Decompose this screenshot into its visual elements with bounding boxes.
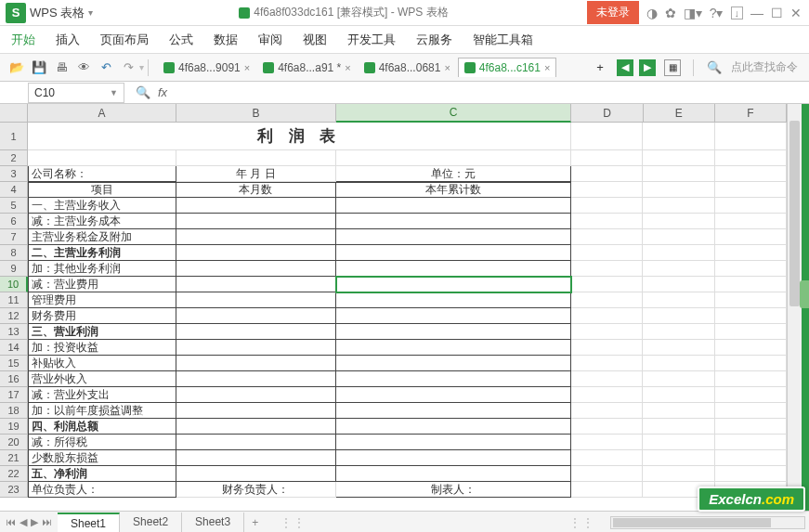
cell-A18[interactable]: 加：以前年度损益调整 [28, 403, 176, 419]
cell-F1[interactable] [715, 123, 787, 150]
horizontal-scrollbar[interactable] [610, 516, 805, 529]
cell-D7[interactable] [571, 229, 643, 245]
menu-公式[interactable]: 公式 [169, 32, 193, 48]
cell-E11[interactable] [643, 292, 714, 308]
cell-D1[interactable] [571, 123, 643, 150]
cell-F14[interactable] [715, 340, 787, 356]
doc-tab-close-1[interactable]: × [345, 62, 350, 73]
cell-F18[interactable] [715, 403, 787, 419]
cell-B14[interactable] [176, 340, 336, 356]
cell-D10[interactable] [571, 277, 643, 292]
cell-A17[interactable]: 减：营业外支出 [28, 387, 176, 403]
search-icon[interactable]: 🔍 [706, 59, 723, 76]
row-header-2[interactable]: 2 [0, 150, 28, 166]
print-icon[interactable]: 🖶 [53, 59, 70, 76]
cell-E16[interactable] [643, 371, 714, 387]
cell-D18[interactable] [571, 403, 643, 419]
row-header-17[interactable]: 17 [0, 387, 28, 403]
cell-D20[interactable] [571, 435, 643, 450]
row-header-12[interactable]: 12 [0, 308, 28, 324]
row-header-14[interactable]: 14 [0, 340, 28, 356]
cell-A16[interactable]: 营业外收入 [28, 371, 176, 387]
cell-A6[interactable]: 减：主营业务成本 [28, 214, 176, 229]
row-header-23[interactable]: 23 [0, 482, 28, 498]
cell-F13[interactable] [715, 324, 787, 340]
cell-A14[interactable]: 加：投资收益 [28, 340, 176, 356]
row-header-1[interactable]: 1 [0, 123, 28, 150]
cell-F20[interactable] [715, 435, 787, 450]
cell-D17[interactable] [571, 387, 643, 403]
print-preview-icon[interactable]: 👁 [75, 59, 92, 76]
name-box[interactable]: C10 ▼ [28, 83, 124, 103]
cell-C7[interactable] [336, 229, 571, 245]
cell-C19[interactable] [336, 419, 571, 435]
cell-F8[interactable] [715, 245, 787, 261]
cell-D21[interactable] [571, 450, 643, 466]
menu-智能工具箱[interactable]: 智能工具箱 [473, 32, 533, 48]
side-panel-strip[interactable] [802, 104, 809, 511]
cell-C16[interactable] [336, 371, 571, 387]
doc-tab-2[interactable]: 4f6a8...0681× [359, 58, 456, 77]
cell-C23[interactable]: 制表人： [336, 482, 571, 498]
row-header-20[interactable]: 20 [0, 435, 28, 450]
cell-B12[interactable] [176, 308, 336, 324]
search-command-input[interactable]: 点此查找命令 [731, 59, 798, 75]
fx-search-icon[interactable]: 🔍 [136, 85, 150, 99]
cell-B22[interactable] [176, 466, 336, 482]
cell-B23[interactable]: 财务负责人： [176, 482, 336, 498]
sheet-next-button[interactable]: ▶ [31, 516, 38, 528]
cell-C22[interactable] [336, 466, 571, 482]
qat-dropdown[interactable]: ▾ [139, 62, 144, 72]
sheet-first-button[interactable]: ⏮ [6, 516, 16, 528]
sheet-tab-Sheet2[interactable]: Sheet2 [120, 513, 182, 533]
cell-F22[interactable] [715, 466, 787, 482]
row-header-9[interactable]: 9 [0, 261, 28, 277]
cell-E20[interactable] [643, 435, 714, 450]
cell-D15[interactable] [571, 356, 643, 371]
cell-C18[interactable] [336, 403, 571, 419]
col-header-B[interactable]: B [176, 104, 336, 123]
doc-tab-close-2[interactable]: × [444, 62, 450, 73]
cell-B11[interactable] [176, 292, 336, 308]
cell-F15[interactable] [715, 356, 787, 371]
sheet-tab-Sheet1[interactable]: Sheet1 [58, 513, 120, 533]
undo-icon[interactable]: ↶ [98, 59, 114, 76]
cell-B16[interactable] [176, 371, 336, 387]
cells-area[interactable]: 利 润 表公司名称：年 月 日单位：元项目本月数本年累计数一、主营业务收入减：主… [28, 123, 787, 511]
cell-B20[interactable] [176, 435, 336, 450]
menu-审阅[interactable]: 审阅 [258, 32, 282, 48]
cell-A7[interactable]: 主营业务税金及附加 [28, 229, 176, 245]
cell-D3[interactable] [571, 166, 643, 182]
cell-B15[interactable] [176, 356, 336, 371]
cell-F9[interactable] [715, 261, 787, 277]
cell-D11[interactable] [571, 292, 643, 308]
row-header-21[interactable]: 21 [0, 450, 28, 466]
cell-D6[interactable] [571, 214, 643, 229]
cell-E18[interactable] [643, 403, 714, 419]
cell-D22[interactable] [571, 466, 643, 482]
row-header-6[interactable]: 6 [0, 214, 28, 229]
cell-C4[interactable]: 本年累计数 [336, 182, 571, 198]
doc-tab-close-0[interactable]: × [244, 62, 250, 73]
name-box-dropdown[interactable]: ▼ [110, 88, 118, 97]
cell-A4[interactable]: 项目 [28, 182, 176, 198]
cell-C5[interactable] [336, 198, 571, 214]
row-header-16[interactable]: 16 [0, 371, 28, 387]
fx-label[interactable]: fx [158, 85, 167, 99]
cell-E1[interactable] [643, 123, 714, 150]
row-header-15[interactable]: 15 [0, 356, 28, 371]
sheet-last-button[interactable]: ⏭ [42, 516, 52, 528]
sheet-prev-button[interactable]: ◀ [20, 516, 27, 528]
add-sheet-button[interactable]: + [244, 516, 266, 529]
cell-E3[interactable] [643, 166, 714, 182]
row-header-22[interactable]: 22 [0, 466, 28, 482]
menu-页面布局[interactable]: 页面布局 [100, 32, 149, 48]
col-header-C[interactable]: C [336, 104, 572, 123]
cell-A11[interactable]: 管理费用 [28, 292, 176, 308]
cell-C17[interactable] [336, 387, 571, 403]
cell-F7[interactable] [715, 229, 787, 245]
cell-C13[interactable] [336, 324, 571, 340]
row-header-18[interactable]: 18 [0, 403, 28, 419]
cell-F4[interactable] [715, 182, 787, 198]
cell-C12[interactable] [336, 308, 571, 324]
